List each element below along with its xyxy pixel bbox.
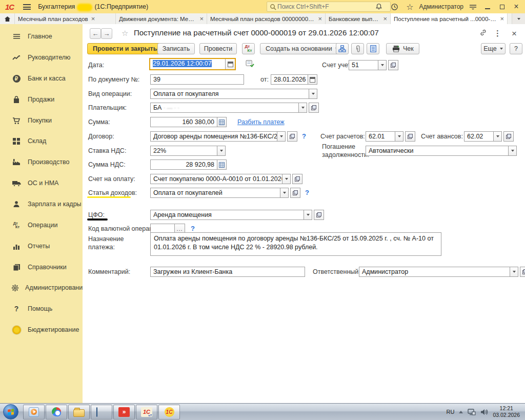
invoice-open-button[interactable] [292, 174, 302, 184]
start-button[interactable] [3, 404, 18, 419]
taskbar-1c-v7-button[interactable]: 1Сv7 [136, 405, 157, 419]
sidebar-item-main[interactable]: Главное [0, 26, 83, 47]
settle-account-input[interactable]: 62.01 [366, 131, 395, 142]
sidebar-item-help[interactable]: ? Помощь [0, 298, 83, 319]
advance-account-open-button[interactable] [503, 131, 514, 142]
check-print-button[interactable]: Чек [386, 43, 419, 54]
doc-from-calendar-button[interactable] [308, 74, 317, 85]
close-icon[interactable]: × [199, 15, 204, 22]
responsible-input[interactable]: Администратор [359, 267, 510, 277]
sidebar-item-operations[interactable]: Дт Кт Операции [0, 215, 83, 235]
doc-no-input[interactable]: 39 [150, 74, 244, 85]
contract-input[interactable]: Договор аренды помещения №136-БКС/25 от … [150, 131, 277, 142]
current-user[interactable]: Администратор [419, 3, 463, 10]
home-tab[interactable] [0, 13, 15, 24]
invoice-dropdown-button[interactable] [282, 174, 291, 184]
search-input[interactable] [276, 3, 379, 11]
taskbar-remote-desktop-button[interactable] [91, 405, 112, 419]
vat-rate-input[interactable]: 22% [150, 146, 217, 156]
invoice-input[interactable]: Счет покупателю 0000-А-0010 от 01.01.202… [150, 174, 282, 184]
favorite-star-icon[interactable]: ☆ [122, 29, 128, 38]
sidebar-item-purchases[interactable]: Покупки [0, 110, 83, 131]
close-icon[interactable]: × [500, 15, 504, 22]
payer-input[interactable]: БА · — · · [150, 103, 299, 113]
vat-rate-dropdown-button[interactable] [217, 146, 226, 156]
tab-bank-statements[interactable]: Банковские выписки × [326, 13, 391, 24]
account-input[interactable]: 51 [349, 60, 378, 70]
tab-doc-movements[interactable]: Движения документа: Месячный план р... × [116, 13, 207, 24]
contract-help-icon[interactable]: ? [302, 132, 306, 140]
sidebar-item-manager[interactable]: Руководителю [0, 47, 83, 68]
close-icon[interactable]: × [91, 15, 95, 22]
advance-account-dropdown-button[interactable] [493, 131, 502, 142]
save-button[interactable]: Записать [157, 43, 195, 54]
debt-repay-input[interactable]: Автоматически [366, 146, 509, 156]
restore-button[interactable] [496, 2, 508, 12]
income-item-help-icon[interactable]: ? [305, 189, 309, 196]
sidebar-item-fixed-assets[interactable]: ОС и НМА [0, 173, 83, 193]
minimize-button[interactable] [482, 2, 493, 12]
sidebar-item-sales[interactable]: Продажи [0, 89, 83, 110]
back-button[interactable]: ← [90, 28, 101, 39]
income-item-open-button[interactable] [290, 188, 300, 198]
account-open-button[interactable] [388, 60, 398, 70]
currency-code-help-icon[interactable]: ? [191, 225, 195, 232]
sidebar-item-reports[interactable]: Отчеты [0, 236, 83, 256]
more-actions-icon[interactable]: ⋮ [494, 29, 501, 38]
tray-expand-icon[interactable] [459, 411, 463, 413]
volume-icon[interactable] [480, 409, 488, 415]
notifications-bell-icon[interactable] [373, 2, 385, 12]
attachments-button[interactable] [351, 43, 364, 54]
payer-open-button[interactable] [309, 103, 319, 113]
main-menu-icon[interactable] [23, 4, 31, 10]
forward-button[interactable]: → [101, 28, 112, 39]
amount-calc-button[interactable] [217, 117, 227, 127]
tray-clock[interactable]: 12:21 03.02.2026 [493, 405, 520, 418]
user-menu-icon[interactable] [467, 2, 479, 12]
related-documents-button[interactable] [336, 43, 349, 54]
income-item-dropdown-button[interactable] [280, 188, 289, 198]
advance-account-input[interactable]: 62.02 [464, 131, 494, 142]
create-based-on-button[interactable]: Создать на основании [260, 43, 344, 54]
date-input[interactable]: 29.01.2026 12:00:07 [150, 59, 225, 69]
responsible-open-button[interactable] [520, 267, 525, 277]
vat-amount-calc-button[interactable] [217, 159, 227, 170]
taskbar-chrome-button[interactable] [46, 405, 67, 419]
close-document-icon[interactable]: × [512, 29, 517, 39]
operation-input[interactable]: Оплата от покупателя [150, 89, 309, 99]
income-item-input[interactable]: Оплата от покупателей [150, 188, 280, 198]
close-icon[interactable]: × [383, 15, 387, 22]
sidebar-item-directories[interactable]: Справочники [0, 257, 83, 277]
network-icon[interactable] [468, 409, 476, 415]
split-payment-link[interactable]: Разбить платеж [237, 118, 285, 126]
document-register-button[interactable] [367, 43, 379, 54]
dtkt-postings-button[interactable]: ДтКт [242, 43, 255, 54]
settle-account-dropdown-button[interactable] [395, 131, 403, 142]
sidebar-item-payroll-hr[interactable]: Зарплата и кадры [0, 194, 83, 214]
contract-open-button[interactable] [287, 131, 297, 142]
post-button[interactable]: Провести [199, 43, 237, 54]
sidebar-item-warehouse[interactable]: Склад [0, 131, 83, 151]
account-dropdown-button[interactable] [378, 60, 387, 70]
calendar-picker-button[interactable] [225, 59, 235, 69]
amount-input[interactable]: 160 380,00 [150, 117, 217, 127]
post-and-close-button[interactable]: Провести и закрыть [87, 43, 163, 54]
sidebar-item-administration[interactable]: Администрирование [0, 277, 83, 298]
responsible-dropdown-button[interactable] [510, 267, 518, 277]
operation-dropdown-button[interactable] [309, 89, 317, 99]
tab-list-dropdown[interactable] [512, 13, 525, 24]
taskbar-1c-8-button[interactable]: 1С [158, 405, 180, 419]
close-icon[interactable]: × [318, 15, 322, 22]
global-search[interactable] [267, 2, 391, 12]
tab-receipt-active[interactable]: Поступление на расчетный ...0000-000019 … [391, 13, 508, 24]
tab-monthly-plan[interactable]: Месячный план расходов × [15, 13, 116, 24]
set-time-icon[interactable] [246, 60, 254, 67]
help-button[interactable]: ? [510, 43, 522, 54]
favorites-star-icon[interactable]: ☆ [403, 2, 416, 12]
sidebar-item-production[interactable]: Производство [0, 152, 83, 172]
more-button[interactable]: Еще [481, 43, 506, 54]
debt-repay-dropdown-button[interactable] [508, 146, 517, 156]
sidebar-item-bank-cash[interactable]: ₽ Банк и касса [0, 68, 83, 89]
payer-dropdown-button[interactable] [298, 103, 307, 113]
cfo-input[interactable]: Аренда помещения [150, 210, 304, 220]
